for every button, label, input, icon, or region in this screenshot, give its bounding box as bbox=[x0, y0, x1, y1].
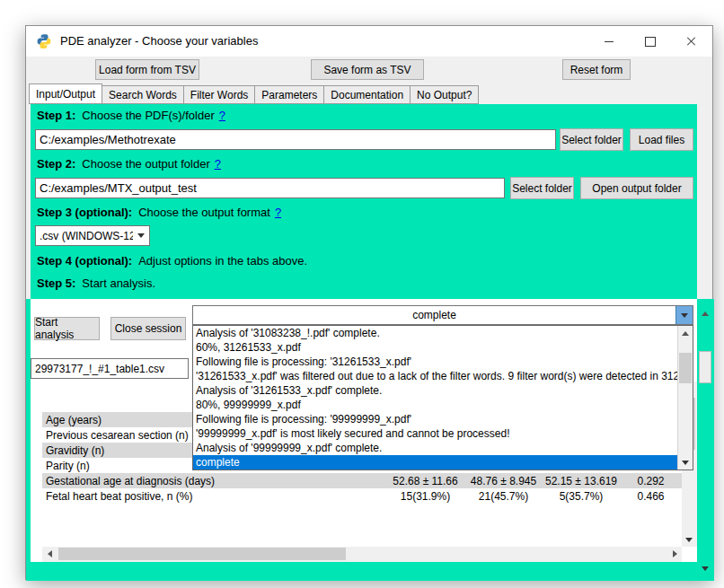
tab-bar: Input/Output Search Words Filter Words P… bbox=[29, 85, 478, 104]
step2-text: Choose the output folder bbox=[82, 157, 209, 171]
step1-text: Choose the PDF(s)/folder bbox=[82, 109, 214, 122]
step3-text: Choose the output format bbox=[138, 206, 270, 219]
chevron-down-icon bbox=[133, 226, 149, 245]
dropdown-scrollbar[interactable] bbox=[677, 326, 693, 470]
output-format-select[interactable]: .csv (WINDOWS-1252) bbox=[35, 225, 150, 246]
tab-parameters[interactable]: Parameters bbox=[254, 85, 324, 104]
close-session-button[interactable]: Close session bbox=[110, 317, 186, 340]
step3-label: Step 3 (optional): bbox=[37, 206, 132, 219]
progress-combobox[interactable]: complete bbox=[192, 305, 693, 325]
tab-filter-words[interactable]: Filter Words bbox=[183, 85, 255, 104]
step1-help-link[interactable]: ? bbox=[219, 109, 225, 122]
close-button[interactable] bbox=[671, 26, 712, 57]
output-format-value: .csv (WINDOWS-1252) bbox=[36, 230, 133, 242]
load-form-tsv-button[interactable]: Load form from TSV bbox=[95, 59, 199, 80]
step4-label: Step 4 (optional): bbox=[37, 254, 132, 268]
progress-message[interactable]: 60%, 31261533_x.pdf bbox=[193, 340, 677, 355]
select-output-folder-button[interactable]: Select folder bbox=[510, 177, 574, 199]
window-controls bbox=[588, 26, 712, 57]
chevron-down-icon[interactable] bbox=[675, 306, 693, 324]
pdf-folder-input[interactable] bbox=[35, 129, 556, 150]
step5-label: Step 5: bbox=[37, 276, 75, 290]
load-files-button[interactable]: Load files bbox=[630, 128, 693, 151]
row-value: 0.292 bbox=[620, 475, 682, 487]
progress-message[interactable]: Following file is processing: '31261533_… bbox=[193, 355, 677, 369]
maximize-icon bbox=[645, 37, 656, 47]
window-vertical-scrollbar[interactable] bbox=[698, 306, 713, 575]
row-value: 5(35.7%) bbox=[543, 490, 620, 503]
progress-selected-value: complete bbox=[193, 309, 675, 321]
tab-input-output[interactable]: Input/Output bbox=[29, 83, 102, 104]
table-row: Fetal heart beat positive, n (%) 15(31.9… bbox=[42, 488, 682, 504]
scroll-down-icon[interactable] bbox=[698, 561, 712, 575]
progress-message[interactable]: Analysis of '31261533_x.pdf' complete. bbox=[193, 383, 677, 398]
input-output-panel: Step 1:Choose the PDF(s)/folder? Select … bbox=[31, 104, 697, 299]
table-hscroll-thumb[interactable] bbox=[58, 548, 346, 560]
row-value: 15(31.9%) bbox=[386, 490, 464, 503]
step4-text: Adjust options in the tabs above. bbox=[138, 254, 307, 268]
scroll-down-icon[interactable] bbox=[678, 455, 693, 470]
progress-message[interactable]: '31261533_x.pdf' was filtered out due to… bbox=[193, 369, 677, 383]
progress-message[interactable]: Analysis of '99999999_x.pdf' complete. bbox=[193, 441, 677, 455]
dropdown-scrollbar-thumb[interactable] bbox=[679, 353, 692, 383]
close-icon bbox=[686, 36, 697, 47]
row-value: 0.466 bbox=[620, 490, 682, 503]
maximize-button[interactable] bbox=[630, 26, 671, 57]
window-title: PDE analyzer - Choose your variables bbox=[60, 26, 258, 57]
progress-message[interactable]: Analysis of '31083238_!.pdf' complete. bbox=[193, 326, 677, 340]
save-form-tsv-button[interactable]: Save form as TSV bbox=[311, 59, 424, 80]
row-label: Gestational age at diagnosis (days) bbox=[42, 475, 386, 487]
python-app-icon bbox=[36, 33, 52, 49]
app-window: PDE analyzer - Choose your variables Loa… bbox=[25, 25, 713, 580]
step3-line: Step 3 (optional):Choose the output form… bbox=[37, 206, 281, 219]
scroll-up-icon[interactable] bbox=[698, 306, 712, 320]
row-value: 21(45.7%) bbox=[464, 490, 543, 503]
progress-message[interactable]: Following file is processing: '99999999_… bbox=[193, 412, 677, 426]
title-bar: PDE analyzer - Choose your variables bbox=[26, 26, 712, 57]
scroll-right-icon[interactable] bbox=[667, 547, 682, 561]
step2-line: Step 2:Choose the output folder? bbox=[37, 157, 221, 171]
scroll-left-icon[interactable] bbox=[42, 547, 57, 561]
row-value: 48.76 ± 8.945 bbox=[464, 475, 543, 487]
row-label: Fetal heart beat positive, n (%) bbox=[42, 490, 386, 503]
window-vscroll-thumb[interactable] bbox=[699, 351, 711, 383]
tab-documentation[interactable]: Documentation bbox=[323, 85, 411, 104]
table-row: Gestational age at diagnosis (days) 52.6… bbox=[42, 473, 682, 488]
step1-label: Step 1: bbox=[37, 109, 75, 122]
scroll-down-icon[interactable] bbox=[682, 532, 696, 547]
minimize-button[interactable] bbox=[588, 26, 630, 57]
current-output-file-input[interactable] bbox=[31, 358, 189, 379]
results-region: Start analysis Close session complete An… bbox=[26, 299, 714, 581]
progress-message[interactable]: '99999999_x.pdf' is most likely secured … bbox=[193, 426, 677, 441]
progress-message-selected[interactable]: complete bbox=[193, 455, 677, 470]
table-horizontal-scrollbar[interactable] bbox=[42, 547, 682, 562]
step3-help-link[interactable]: ? bbox=[275, 206, 281, 219]
reset-form-button[interactable]: Reset form bbox=[562, 59, 631, 80]
select-pdf-folder-button[interactable]: Select folder bbox=[560, 128, 623, 151]
open-output-folder-button[interactable]: Open output folder bbox=[580, 177, 693, 199]
step5-line: Step 5:Start analysis. bbox=[37, 276, 155, 290]
tab-no-output[interactable]: No Output? bbox=[410, 85, 479, 104]
window-horizontal-scrollbar[interactable] bbox=[31, 563, 697, 581]
step2-label: Step 2: bbox=[37, 157, 75, 171]
step4-line: Step 4 (optional):Adjust options in the … bbox=[37, 254, 307, 268]
start-analysis-button[interactable]: Start analysis bbox=[34, 317, 100, 340]
progress-messages: Analysis of '31083238_!.pdf' complete. 6… bbox=[193, 326, 677, 470]
step1-line: Step 1:Choose the PDF(s)/folder? bbox=[37, 109, 225, 122]
progress-dropdown-list: Analysis of '31083238_!.pdf' complete. 6… bbox=[192, 325, 693, 470]
progress-message[interactable]: 80%, 99999999_x.pdf bbox=[193, 398, 677, 412]
tab-search-words[interactable]: Search Words bbox=[102, 85, 184, 104]
scroll-up-icon[interactable] bbox=[678, 326, 693, 340]
step2-help-link[interactable]: ? bbox=[215, 157, 221, 171]
step5-text: Start analysis. bbox=[82, 276, 155, 290]
minimize-icon bbox=[605, 41, 614, 42]
output-folder-input[interactable] bbox=[35, 178, 505, 198]
row-value: 52.15 ± 13.619 bbox=[543, 475, 620, 487]
row-value: 52.68 ± 11.66 bbox=[386, 475, 464, 487]
